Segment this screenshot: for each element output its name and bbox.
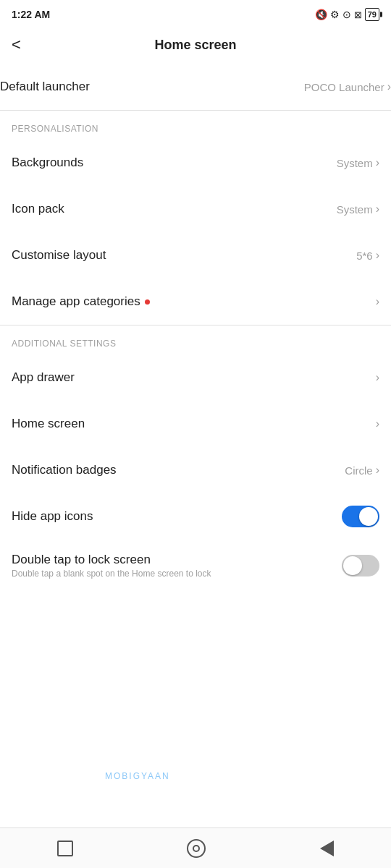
notification-badges-item[interactable]: Notification badges Circle ›: [0, 447, 391, 493]
home-screen-chevron-icon: ›: [376, 417, 379, 430]
double-tap-subtitle: Double tap a blank spot on the Home scre…: [12, 569, 211, 579]
status-icons: 🔇 ⚙ ⊙ ⊠ 79: [315, 8, 379, 21]
notification-badges-chevron-icon: ›: [376, 464, 379, 477]
hide-app-icons-label: Hide app icons: [12, 509, 93, 524]
back-button-nav[interactable]: [320, 841, 334, 856]
home-screen-item[interactable]: Home screen ›: [0, 401, 391, 447]
notification-badges-label: Notification badges: [12, 463, 117, 477]
customise-layout-chevron-icon: ›: [376, 249, 379, 262]
app-drawer-value-area: ›: [376, 371, 379, 384]
home-screen-label: Home screen: [12, 417, 85, 431]
home-screen-value-area: ›: [376, 417, 379, 430]
additional-settings-heading: ADDITIONAL SETTINGS: [0, 326, 391, 354]
backgrounds-label: Backgrounds: [12, 156, 83, 170]
customise-layout-label: Customise layout: [12, 248, 106, 263]
settings-status-icon: ⚙: [330, 9, 340, 20]
manage-categories-item[interactable]: Manage app categories ›: [0, 278, 391, 325]
default-launcher-value: POCO Launcher: [304, 81, 384, 93]
backgrounds-value: System: [337, 157, 373, 169]
icon-pack-chevron-icon: ›: [376, 203, 379, 216]
app-drawer-chevron-icon: ›: [376, 371, 379, 384]
navigation-bar: [0, 827, 391, 868]
toggle-knob: [359, 507, 378, 526]
default-launcher-item[interactable]: Default launcher POCO Launcher ›: [0, 64, 391, 110]
double-tap-label: Double tap to lock screen: [12, 553, 211, 567]
status-bar: 1:22 AM 🔇 ⚙ ⊙ ⊠ 79: [0, 0, 391, 26]
double-tap-toggle-knob: [343, 556, 362, 575]
battery-indicator: 79: [365, 8, 379, 21]
app-drawer-item[interactable]: App drawer ›: [0, 354, 391, 401]
customise-layout-item[interactable]: Customise layout 5*6 ›: [0, 232, 391, 278]
launcher-chevron-icon: ›: [387, 80, 391, 93]
icon-pack-value: System: [337, 203, 373, 216]
red-dot-indicator: [145, 299, 150, 305]
hide-app-icons-item[interactable]: Hide app icons: [0, 493, 391, 540]
personalisation-heading: PERSONALISATION: [0, 111, 391, 140]
backgrounds-chevron-icon: ›: [376, 156, 379, 169]
manage-categories-label: Manage app categories: [12, 294, 140, 309]
mute-icon: 🔇: [315, 9, 327, 20]
notification-badges-value: Circle: [345, 464, 372, 477]
double-tap-text-area: Double tap to lock screen Double tap a b…: [12, 553, 211, 579]
backgrounds-value-area: System ›: [337, 156, 379, 169]
home-button[interactable]: [187, 839, 206, 858]
status-time: 1:22 AM: [12, 9, 50, 20]
app-drawer-label: App drawer: [12, 370, 75, 385]
backgrounds-item[interactable]: Backgrounds System ›: [0, 140, 391, 186]
default-launcher-value-area: POCO Launcher ›: [304, 80, 391, 93]
manage-categories-value-area: ›: [376, 295, 379, 308]
watermark: MOBIGYAAN: [105, 771, 170, 781]
default-launcher-label: Default launcher: [0, 80, 90, 94]
battery-x-icon: ⊠: [354, 9, 362, 20]
page-header: < Home screen: [0, 26, 391, 64]
icon-pack-label: Icon pack: [12, 202, 64, 216]
back-button[interactable]: <: [12, 37, 21, 53]
page-title: Home screen: [154, 38, 236, 53]
customise-layout-value-area: 5*6 ›: [356, 249, 379, 262]
double-tap-item[interactable]: Double tap to lock screen Double tap a b…: [0, 540, 391, 592]
icon-pack-item[interactable]: Icon pack System ›: [0, 186, 391, 232]
notification-badges-value-area: Circle ›: [345, 464, 379, 477]
customise-layout-value: 5*6: [356, 250, 373, 262]
double-tap-toggle[interactable]: [342, 555, 379, 576]
manage-categories-chevron-icon: ›: [376, 295, 379, 308]
home-button-inner: [193, 845, 200, 852]
hide-app-icons-toggle[interactable]: [342, 506, 379, 527]
icon-pack-value-area: System ›: [337, 203, 379, 216]
location-icon: ⊙: [342, 9, 351, 20]
recent-apps-button[interactable]: [57, 841, 73, 856]
